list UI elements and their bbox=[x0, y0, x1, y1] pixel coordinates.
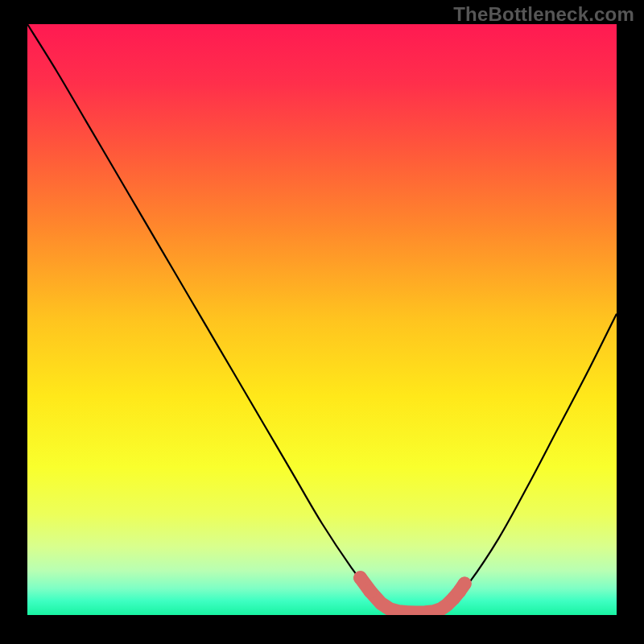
gradient-background bbox=[27, 24, 617, 615]
highlight-dot bbox=[458, 577, 472, 591]
chart-frame: TheBottleneck.com bbox=[0, 0, 644, 644]
highlight-dot bbox=[364, 584, 378, 598]
chart-plot-area bbox=[27, 24, 617, 615]
highlight-dot bbox=[353, 571, 367, 584]
watermark-text: TheBottleneck.com bbox=[453, 3, 634, 26]
bottleneck-chart bbox=[27, 24, 617, 615]
